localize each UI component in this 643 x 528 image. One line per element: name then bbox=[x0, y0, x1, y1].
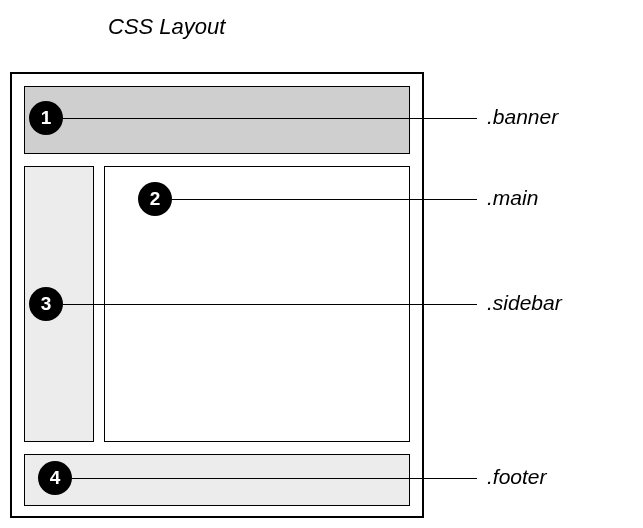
label-main: .main bbox=[487, 186, 538, 210]
layout-frame bbox=[10, 72, 424, 518]
label-sidebar: .sidebar bbox=[487, 291, 562, 315]
region-footer bbox=[24, 454, 410, 506]
diagram-title: CSS Layout bbox=[108, 14, 225, 40]
label-banner: .banner bbox=[487, 105, 558, 129]
leader-line-2 bbox=[172, 199, 477, 200]
callout-marker-1: 1 bbox=[29, 101, 63, 135]
callout-marker-3: 3 bbox=[29, 287, 63, 321]
label-footer: .footer bbox=[487, 465, 547, 489]
leader-line-3 bbox=[63, 304, 477, 305]
callout-marker-2: 2 bbox=[138, 182, 172, 216]
leader-line-4 bbox=[72, 478, 477, 479]
region-banner bbox=[24, 86, 410, 154]
callout-marker-4: 4 bbox=[38, 461, 72, 495]
leader-line-1 bbox=[63, 118, 477, 119]
